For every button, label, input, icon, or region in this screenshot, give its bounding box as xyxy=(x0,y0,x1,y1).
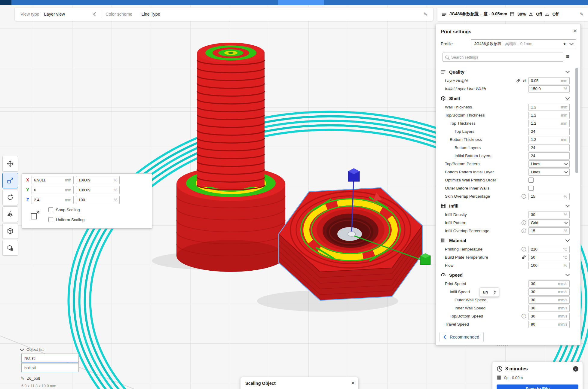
edit-settings-pencil-icon[interactable]: ✎ xyxy=(580,11,584,17)
save-to-file-button[interactable]: Save to File xyxy=(497,384,578,389)
setting-input[interactable]: 24 xyxy=(528,144,570,151)
info-icon[interactable]: i xyxy=(573,366,578,372)
setting-input[interactable]: 30mm/s xyxy=(528,288,570,296)
setting-dropdown[interactable]: Lines xyxy=(528,169,570,176)
section-material[interactable]: Material xyxy=(436,236,580,245)
section-speed[interactable]: Speed xyxy=(436,270,580,280)
setting-input[interactable]: 150.0% xyxy=(528,85,570,93)
rotate-tool-button[interactable] xyxy=(2,190,18,205)
setting-input[interactable]: 0.05mm xyxy=(528,77,570,84)
setting-input[interactable]: 100% xyxy=(528,262,570,269)
collapse-chevron-icon[interactable] xyxy=(93,12,97,16)
app-menu-corner[interactable] xyxy=(0,0,11,5)
job-name-row[interactable]: ✎ Z6_bolt xyxy=(20,375,40,381)
setting-dropdown[interactable]: Lines xyxy=(528,160,570,168)
chevron-down-icon[interactable] xyxy=(565,69,570,73)
setting-input[interactable]: 30mm/s xyxy=(528,305,570,312)
setting-input[interactable]: 1.2mm xyxy=(528,104,570,111)
material-estimate: 0g · 0.09m xyxy=(504,375,523,380)
setting-dropdown[interactable]: Grid xyxy=(528,219,570,226)
setting-row: Wall Thickness1.2mm xyxy=(436,103,580,111)
move-tool-button[interactable] xyxy=(2,156,18,172)
recommended-button[interactable]: Recommended xyxy=(439,332,484,342)
search-settings-box[interactable] xyxy=(443,53,563,62)
settings-menu-icon[interactable]: ≡ xyxy=(566,53,570,60)
search-input[interactable] xyxy=(451,55,561,60)
model-bolt[interactable] xyxy=(176,43,285,272)
clock-icon xyxy=(497,366,503,372)
setting-label: Infill Overlap Percentage xyxy=(445,229,522,233)
setting-input[interactable]: 30% xyxy=(528,211,570,218)
setting-row: Bottom Layers24 xyxy=(436,144,580,152)
edit-pencil-icon[interactable]: ✎ xyxy=(20,375,24,381)
setting-input[interactable]: 24 xyxy=(528,152,570,160)
setting-input[interactable]: 210°C xyxy=(528,246,570,253)
setting-input[interactable]: 1.2mm xyxy=(528,136,570,143)
setting-input[interactable]: 24 xyxy=(528,128,570,135)
job-name: Z6_bolt xyxy=(27,376,40,381)
quality-icon xyxy=(440,69,446,74)
section-quality[interactable]: Quality xyxy=(436,67,580,77)
setting-label: Bottom Pattern Initial Layer xyxy=(445,170,526,174)
view-type-dropdown[interactable]: Layer view xyxy=(44,12,65,17)
uniform-scaling-checkbox[interactable] xyxy=(48,217,53,222)
setting-row: Outer Wall Speed30mm/s xyxy=(436,296,580,304)
profile-dropdown[interactable]: JG486参数配置 - 高精度 - 0.1mm ★ xyxy=(471,39,576,48)
active-stage-tab[interactable] xyxy=(278,0,324,5)
section-infill[interactable]: Infill xyxy=(436,201,580,211)
close-icon[interactable]: × xyxy=(351,380,355,386)
mirror-tool-button[interactable] xyxy=(2,206,18,222)
panel-resize-handle[interactable]: ······ xyxy=(497,343,509,349)
support-blocker-button[interactable] xyxy=(2,240,18,256)
link-icon[interactable] xyxy=(516,78,521,83)
setting-input[interactable]: 30mm/s xyxy=(528,313,570,320)
reset-scale-button[interactable] xyxy=(30,208,40,223)
scale-y-percent-input[interactable]: 109.09% xyxy=(76,186,120,194)
setting-input[interactable]: 1.2mm xyxy=(528,120,570,127)
setting-row: Top/Bottom PatternLines xyxy=(436,160,580,168)
object-list-header[interactable]: Object list xyxy=(20,347,44,352)
scale-x-mm-input[interactable]: 6.9011mm xyxy=(32,176,74,184)
chevron-down-icon[interactable] xyxy=(565,203,570,207)
setting-label: Inner Wall Speed xyxy=(445,306,526,310)
chevron-down-icon[interactable] xyxy=(565,238,570,242)
setting-label: Print Speed xyxy=(445,281,526,286)
edit-pencil-icon[interactable]: ✎ xyxy=(424,11,427,17)
per-model-settings-button[interactable] xyxy=(2,223,18,239)
model-nut[interactable] xyxy=(279,188,422,300)
chevron-down-icon[interactable] xyxy=(565,96,570,100)
ime-indicator[interactable]: EN xyxy=(480,287,499,297)
panel-scrollbar[interactable] xyxy=(575,68,578,173)
setting-label: Outer Before Inner Walls xyxy=(445,186,526,190)
scale-z-percent-input[interactable]: 100% xyxy=(76,196,120,204)
setting-input[interactable]: 1.2mm xyxy=(528,112,570,119)
section-label: Shell xyxy=(449,96,563,101)
setting-input[interactable]: 90mm/s xyxy=(528,321,570,328)
close-icon[interactable]: × xyxy=(573,27,577,34)
setting-input[interactable]: 50°C xyxy=(528,254,570,261)
reset-icon[interactable]: ↺ xyxy=(522,79,526,83)
object-list-item[interactable]: Nut.stl xyxy=(21,354,79,363)
snap-scaling-checkbox[interactable] xyxy=(48,207,53,212)
link-icon[interactable] xyxy=(522,255,526,260)
scale-y-mm-input[interactable]: 6mm xyxy=(32,186,74,194)
setting-input[interactable]: 30mm/s xyxy=(528,296,570,304)
scale-tool-panel: X 6.9011mm 109.09% Y 6mm 109.09% Z 2.4mm… xyxy=(22,173,152,229)
setting-row: Bottom Pattern Initial LayerLines xyxy=(436,168,580,176)
setting-checkbox[interactable] xyxy=(528,186,534,191)
setting-label: Travel Speed xyxy=(445,322,526,327)
scale-tool-button[interactable] xyxy=(2,173,18,188)
object-list-item[interactable]: bolt.stl xyxy=(21,363,79,372)
section-shell[interactable]: Shell xyxy=(436,93,580,103)
setting-input[interactable]: 30mm/s xyxy=(528,280,570,287)
star-icon[interactable]: ★ xyxy=(563,42,566,46)
scale-x-percent-input[interactable]: 109.09% xyxy=(76,176,120,184)
scale-z-mm-input[interactable]: 2.4mm xyxy=(32,196,74,204)
chevron-down-icon[interactable] xyxy=(565,272,570,276)
setting-input[interactable]: 15% xyxy=(528,227,570,235)
setting-input[interactable]: 15% xyxy=(528,193,570,200)
print-settings-summary-bar[interactable]: JG486参数配置 ...度 - 0.05mm 30% Off Off ✎ xyxy=(437,8,588,21)
color-scheme-dropdown[interactable]: Line Type xyxy=(141,12,160,17)
setting-checkbox[interactable] xyxy=(528,178,534,183)
reset-scale-icon xyxy=(30,208,40,222)
